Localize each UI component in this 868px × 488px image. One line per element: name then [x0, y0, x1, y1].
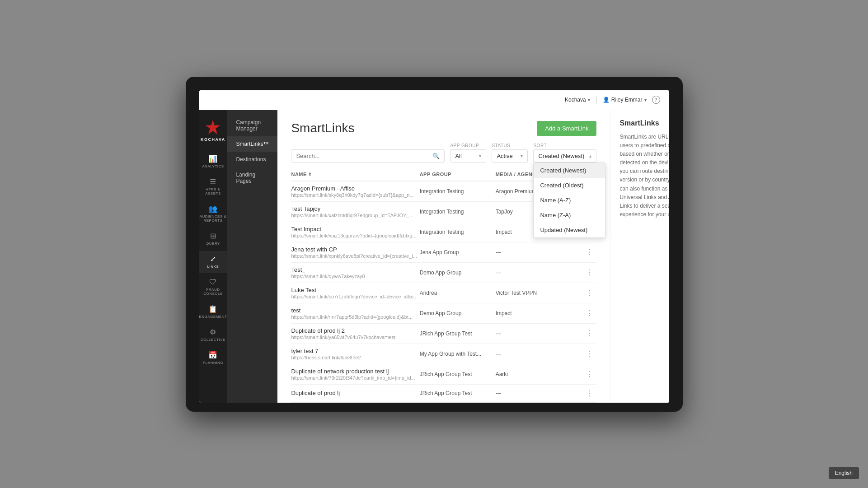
sidebar-item-analytics[interactable]: 📊 Analytics	[199, 151, 227, 173]
row-menu-4[interactable]: ⋮	[583, 267, 596, 278]
engagement-label: Engagement	[199, 315, 227, 319]
info-panel: SmartLinks SmartLinks are URLs that rout…	[610, 110, 669, 403]
collective-label: Collective	[201, 338, 225, 342]
table-row[interactable]: Duplicate of prod lj JRich App Group Tes…	[291, 385, 596, 403]
td-name: Test Tapjoy https://smart.link/xalzlmtd8…	[291, 205, 419, 218]
app-group-value: All	[455, 153, 461, 159]
row-menu-9[interactable]: ⋮	[583, 369, 596, 379]
app-group-filter: APP GROUP All ▾	[450, 143, 486, 163]
user-name: Riley Emmar	[611, 97, 643, 103]
left-panel-menu: Campaign Manager SmartLinks™ Destination…	[227, 110, 277, 189]
sidebar-item-engagement[interactable]: 📋 Engagement	[199, 301, 227, 323]
engagement-icon: 📋	[208, 306, 217, 313]
sort-option-updated-newest[interactable]: Updated (Newest)	[534, 223, 605, 237]
td-name: Luke Test https://smart.link/co7r1zahfln…	[291, 287, 419, 299]
audiences-icon: 👥	[208, 205, 217, 213]
sidebar-item-apps-assets[interactable]: ☰ Apps & Assets	[199, 174, 227, 200]
sort-value: Created (Newest)	[538, 153, 584, 159]
brand-name: KOCHAVA	[201, 137, 225, 142]
search-input[interactable]	[296, 153, 432, 159]
fraud-label: Fraud Console	[199, 288, 227, 296]
status-select[interactable]: Active ▾	[492, 149, 528, 163]
search-group: 🔍	[291, 149, 445, 163]
td-name: Jena test with CP https://smart.link/xpn…	[291, 246, 419, 259]
language-button[interactable]: English	[829, 467, 859, 479]
sidebar-item-links[interactable]: ⤢ Links	[199, 251, 227, 273]
td-name: Test_ https://smart.link/qyww7akeyzay8	[291, 266, 419, 279]
separator: |	[596, 96, 597, 104]
td-name: Aragon Premium - Affise https://smart.li…	[291, 185, 419, 198]
table-row[interactable]: Duplicate of prod lj 2 https://smart.lin…	[291, 324, 596, 344]
app-group-select[interactable]: All ▾	[450, 149, 486, 163]
sidebar-item-planning[interactable]: 📅 Planning	[199, 347, 227, 369]
table-row[interactable]: Duplicate of network production test lj …	[291, 364, 596, 385]
th-name: Name ⬆	[291, 172, 419, 177]
left-panel-item-smartlinks[interactable]: SmartLinks™	[227, 136, 277, 152]
top-bar: Kochava ▾ | 👤 Riley Emmar ▾ ?	[199, 90, 669, 110]
sidebar: KOCHAVA 📊 Analytics ☰ Apps & Assets 👥 Au…	[199, 110, 227, 403]
links-label: Links	[207, 265, 219, 269]
user-selector[interactable]: 👤 Riley Emmar ▾	[603, 97, 647, 103]
sort-select[interactable]: Created (Newest) ▴	[533, 149, 596, 163]
page-title: SmartLinks	[291, 121, 354, 135]
sort-dropdown: Created (Newest) Created (Oldest) Name (…	[533, 163, 605, 238]
row-menu-3[interactable]: ⋮	[583, 247, 596, 257]
svg-marker-0	[206, 120, 220, 134]
table-row[interactable]: Luke Test https://smart.link/co7r1zahfln…	[291, 283, 596, 303]
row-menu-10[interactable]: ⋮	[583, 388, 596, 399]
sidebar-item-query[interactable]: ⊞ Query	[199, 228, 227, 250]
analytics-label: Analytics	[202, 164, 224, 168]
analytics-icon: 📊	[208, 155, 217, 163]
info-panel-text: SmartLinks are URLs that route users to …	[619, 133, 669, 219]
table-row[interactable]: test https://smart.link/rmr7apqr5d3lp?ad…	[291, 303, 596, 324]
td-name: Duplicate of prod lj 2 https://smart.lin…	[291, 327, 419, 340]
apps-label: Apps & Assets	[199, 187, 227, 195]
page-header: SmartLinks Add a SmartLink	[277, 110, 610, 143]
sidebar-item-fraud-console[interactable]: 🛡 Fraud Console	[199, 274, 227, 300]
status-value: Active	[497, 153, 512, 159]
sidebar-item-audiences[interactable]: 👥 Audiences & Reports	[199, 201, 227, 227]
row-menu-5[interactable]: ⋮	[583, 288, 596, 298]
left-panel-item-landing-pages[interactable]: Landing Pages	[227, 167, 277, 189]
sort-option-name-za[interactable]: Name (Z-A)	[534, 208, 605, 223]
left-panel-item-campaign-manager[interactable]: Campaign Manager	[227, 115, 277, 136]
sort-option-name-az[interactable]: Name (A-Z)	[534, 193, 605, 208]
td-name: Duplicate of network production test lj …	[291, 368, 419, 381]
sort-filter: SORT Created (Newest) ▴ Created (Newest)…	[533, 143, 596, 163]
main-content: SmartLinks Add a SmartLink 🔍 APP GROU	[277, 110, 610, 403]
row-menu-7[interactable]: ⋮	[583, 328, 596, 339]
sort-chevron-icon: ▴	[589, 153, 591, 158]
account-chevron-icon: ▾	[588, 98, 590, 102]
td-name: tyler test 7 https://boss.smart.link/8jl…	[291, 348, 419, 360]
table-row[interactable]: tyler test 7 https://boss.smart.link/8jl…	[291, 344, 596, 364]
add-smartlink-button[interactable]: Add a SmartLink	[537, 121, 596, 136]
query-icon: ⊞	[210, 232, 216, 240]
sidebar-item-collective[interactable]: ⚙ Collective	[199, 324, 227, 346]
table-row[interactable]: Jena test with CP https://smart.link/xpn…	[291, 242, 596, 263]
table-row[interactable]: Test_ https://smart.link/qyww7akeyzay8 D…	[291, 263, 596, 283]
th-app-group: App Group	[420, 172, 496, 177]
status-chevron-icon: ▾	[521, 153, 523, 158]
sort-option-created-oldest[interactable]: Created (Oldest)	[534, 178, 605, 193]
status-label: STATUS	[492, 143, 528, 148]
search-box[interactable]: 🔍	[291, 149, 445, 163]
sort-option-created-newest[interactable]: Created (Newest)	[534, 163, 605, 178]
apps-icon: ☰	[210, 178, 216, 186]
fraud-icon: 🛡	[209, 279, 216, 286]
filters-row: 🔍 APP GROUP All ▾ STATUS	[277, 143, 610, 168]
td-name: Duplicate of prod lj	[291, 390, 419, 397]
row-menu-8[interactable]: ⋮	[583, 349, 596, 359]
left-panel: Campaign Manager SmartLinks™ Destination…	[227, 110, 277, 403]
user-chevron-icon: ▾	[644, 98, 647, 102]
td-name: test https://smart.link/rmr7apqr5d3lp?ad…	[291, 307, 419, 320]
planning-label: Planning	[203, 361, 223, 365]
row-menu-6[interactable]: ⋮	[583, 308, 596, 318]
help-button[interactable]: ?	[652, 96, 660, 104]
info-panel-title: SmartLinks	[619, 119, 669, 127]
brand: KOCHAVA	[201, 115, 225, 151]
status-filter: STATUS Active ▾	[492, 143, 528, 163]
left-panel-item-destinations[interactable]: Destinations	[227, 152, 277, 167]
td-name: Test Impact https://smart.link/xuiz13cgp…	[291, 226, 419, 238]
account-selector[interactable]: Kochava ▾	[565, 97, 590, 103]
sort-label: SORT	[533, 143, 596, 148]
